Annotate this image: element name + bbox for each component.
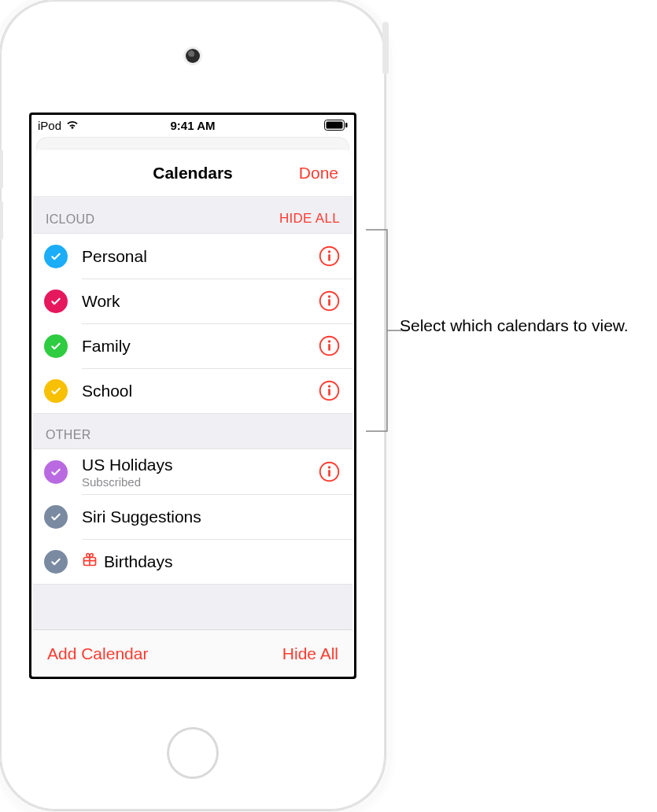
volume-down-button [0, 201, 3, 240]
svg-rect-8 [328, 299, 330, 306]
section-header-icloud: ICLOUDHIDE ALL [33, 197, 352, 233]
calendar-row-body: US HolidaysSubscribed [82, 455, 318, 489]
svg-rect-1 [327, 122, 343, 129]
info-icon[interactable] [318, 335, 340, 357]
wifi-icon [65, 120, 79, 131]
device-label: iPod [38, 119, 61, 132]
svg-point-4 [327, 250, 330, 253]
home-button[interactable] [167, 727, 219, 779]
section-title: OTHER [46, 428, 91, 442]
calendar-label: US Holidays [82, 455, 318, 474]
calendar-checkbox[interactable] [44, 460, 68, 484]
calendar-label: Work [82, 291, 318, 311]
calendar-sublabel: Subscribed [82, 475, 318, 489]
calendars-sheet: Calendars Done ICLOUDHIDE ALLPersonalWor… [33, 149, 352, 677]
section-rows-other: US HolidaysSubscribedSiri SuggestionsBir… [33, 448, 352, 585]
battery-icon [324, 120, 348, 131]
section-hide-all-button[interactable]: HIDE ALL [279, 211, 340, 227]
calendar-row[interactable]: Birthdays [33, 539, 352, 584]
calendar-row[interactable]: Personal [33, 234, 352, 279]
calendar-label-text: School [82, 381, 132, 400]
background-sheet [36, 137, 349, 149]
section-title: ICLOUD [46, 212, 94, 227]
calendar-checkbox[interactable] [44, 290, 68, 313]
svg-point-13 [327, 385, 330, 387]
calendar-row[interactable]: US HolidaysSubscribed [33, 449, 352, 494]
calendar-checkbox[interactable] [44, 550, 68, 574]
done-button[interactable]: Done [299, 164, 338, 183]
info-icon[interactable] [318, 461, 340, 483]
add-calendar-button[interactable]: Add Calendar [47, 644, 148, 663]
calendar-row-body: Personal [82, 246, 318, 266]
calendar-row-body: Family [82, 336, 318, 356]
calendar-label: Siri Suggestions [82, 507, 340, 526]
calendar-label: School [82, 381, 318, 400]
status-time: 9:41 AM [31, 119, 354, 132]
calendar-checkbox[interactable] [44, 379, 68, 403]
info-icon[interactable] [318, 245, 340, 268]
svg-rect-11 [328, 344, 330, 351]
svg-rect-17 [328, 470, 330, 477]
calendar-row-body: Work [82, 291, 318, 311]
calendar-label: Personal [82, 246, 318, 266]
calendar-row[interactable]: Siri Suggestions [33, 494, 352, 539]
calendar-checkbox[interactable] [44, 505, 68, 529]
info-icon[interactable] [318, 290, 340, 312]
svg-point-16 [327, 466, 330, 468]
calendar-row-body: School [82, 381, 318, 400]
svg-point-7 [327, 295, 330, 297]
calendar-row[interactable]: Family [33, 323, 352, 368]
status-bar: iPod 9:41 AM [31, 115, 354, 135]
callout-text: Select which calendars to view. [400, 315, 629, 337]
calendar-label-text: US Holidays [82, 455, 173, 474]
calendar-label: Birthdays [82, 552, 340, 571]
section-rows-icloud: PersonalWorkFamilySchool [33, 233, 352, 414]
device-frame: iPod 9:41 AM Calendars Done ICLOUDH [0, 0, 386, 810]
calendar-label-text: Work [82, 291, 120, 311]
power-button [382, 22, 389, 74]
screen: iPod 9:41 AM Calendars Done ICLOUDH [29, 113, 356, 679]
calendar-row[interactable]: Work [33, 279, 352, 323]
calendar-row[interactable]: School [33, 368, 352, 413]
info-icon[interactable] [318, 380, 340, 402]
calendar-list[interactable]: ICLOUDHIDE ALLPersonalWorkFamilySchoolOT… [33, 197, 352, 629]
calendar-checkbox[interactable] [44, 334, 68, 358]
gift-icon [82, 552, 98, 571]
toolbar: Add Calendar Hide All [33, 629, 352, 677]
svg-rect-5 [328, 254, 330, 261]
hide-all-button[interactable]: Hide All [282, 644, 338, 663]
nav-bar: Calendars Done [33, 149, 352, 197]
calendar-row-body: Birthdays [82, 552, 340, 571]
calendar-label-text: Personal [82, 246, 147, 266]
calendar-label-text: Siri Suggestions [82, 507, 201, 526]
front-camera [186, 49, 200, 63]
volume-up-button [0, 149, 3, 189]
svg-rect-2 [345, 123, 348, 127]
svg-point-10 [327, 340, 330, 342]
calendar-checkbox[interactable] [44, 245, 68, 268]
calendar-label: Family [82, 336, 318, 356]
svg-rect-14 [328, 389, 330, 396]
page-title: Calendars [153, 164, 233, 183]
section-header-other: OTHER [33, 414, 352, 448]
calendar-row-body: Siri Suggestions [82, 507, 340, 526]
calendar-label-text: Family [82, 336, 131, 356]
calendar-label-text: Birthdays [104, 552, 173, 571]
